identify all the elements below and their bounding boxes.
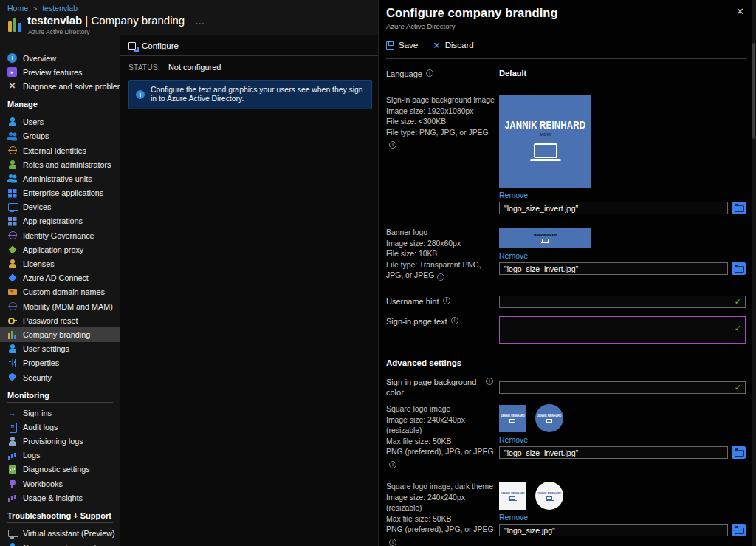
password-reset-icon [7, 315, 17, 325]
browse-folder-icon[interactable] [732, 446, 746, 459]
sidebar-item-app-registrations[interactable]: App registrations [0, 214, 120, 228]
sidebar-item-sign-ins[interactable]: →Sign-ins [0, 406, 120, 420]
sidebar-item-label: Preview features [23, 68, 82, 77]
security-icon [7, 372, 17, 382]
logo-preview-content: JANNIK REINHARD [501, 414, 524, 423]
section-divider [7, 402, 113, 403]
banner-logo-remove-link[interactable]: Remove [499, 251, 528, 260]
tab-configure[interactable]: Configure [120, 35, 179, 55]
info-icon: i [389, 141, 396, 149]
panel-title: Configure company branding [386, 6, 746, 20]
sidebar-item-overview[interactable]: iOverview [0, 51, 120, 65]
sidebar-item-audit-logs[interactable]: Audit logs [0, 420, 120, 434]
banner-logo-control: JANNIK REINHARDRemove [499, 228, 746, 281]
admin-units-icon [7, 174, 17, 183]
sidebar-item-label: Identity Governance [23, 231, 94, 240]
sidebar-item-company-branding[interactable]: Company branding [0, 327, 120, 341]
devices-icon [7, 202, 17, 212]
discard-button[interactable]: ✕ Discard [433, 40, 473, 51]
signin-page-text-input[interactable] [499, 316, 746, 344]
sidebar-item-preview-features[interactable]: ▸Preview features [0, 65, 120, 79]
page-title: testenvlab | Company branding… [27, 14, 205, 27]
sidebar-item-provisioning-logs[interactable]: Provisioning logs [0, 434, 120, 448]
browse-folder-icon[interactable] [732, 524, 746, 536]
sidebar-item-logs[interactable]: Logs [0, 448, 120, 463]
square-logo-label: Square logo imageImage size: 240x240px (… [386, 404, 499, 468]
background-image-remove-link[interactable]: Remove [499, 191, 528, 199]
sidebar-item-password-reset[interactable]: Password reset [0, 313, 120, 327]
sidebar-item-new-support-request[interactable]: New support request [0, 541, 120, 546]
field-label-line: File type: PNG, JPG, or JPEGi [386, 128, 495, 149]
field-label-line: Image size: 240x240px (resizable) [386, 415, 495, 437]
title-separator: | [82, 14, 91, 27]
sidebar-item-label: Mobility (MDM and MAM) [23, 302, 113, 311]
sidebar-item-users[interactable]: Users [0, 115, 120, 129]
sidebar-item-application-proxy[interactable]: Application proxy [0, 242, 120, 256]
sidebar-item-properties[interactable]: Properties [0, 356, 120, 370]
field-label-line: Image size: 280x60px [386, 239, 495, 250]
status-value: Not configured [168, 63, 221, 72]
logo-preview-content: JANNIK REINHARD [537, 414, 561, 423]
sidebar-item-azure-ad-connect[interactable]: Azure AD Connect [0, 271, 120, 285]
info-icon: i [136, 90, 145, 99]
circle-logo-preview: JANNIK REINHARD [535, 404, 563, 432]
save-button[interactable]: Save [386, 41, 418, 50]
sidebar-item-usage-insights[interactable]: Usage & insights [0, 491, 120, 505]
sidebar-item-label: Diagnostic settings [23, 465, 90, 474]
sidebar-item-label: Diagnose and solve problems [23, 82, 120, 91]
info-icon: i [426, 69, 433, 77]
field-label-line: Banner logo [386, 228, 495, 239]
square-logo-preview: JANNIK REINHARD [499, 482, 526, 510]
preview-logo-title: JANNIK REINHARD [537, 414, 561, 417]
square-logo-dark-label: Square logo image, dark themeImage size:… [386, 482, 499, 546]
sidebar-item-roles-and-administrators[interactable]: Roles and administrators [0, 157, 120, 171]
square-logo-dark-remove-link[interactable]: Remove [499, 513, 528, 522]
sidebar-item-licenses[interactable]: Licenses [0, 256, 120, 270]
panel-subtitle: Azure Active Directory [386, 22, 746, 30]
workbooks-icon [7, 479, 17, 488]
sidebar-item-diagnostic-settings[interactable]: Diagnostic settings [0, 463, 120, 477]
square-logo-dark-filename-input[interactable] [499, 524, 728, 536]
sidebar-item-groups[interactable]: Groups [0, 129, 120, 143]
sidebar-item-label: Groups [23, 132, 49, 140]
scrollbar-thumb[interactable] [752, 43, 755, 139]
sidebar-item-user-settings[interactable]: User settings [0, 342, 120, 356]
discard-label: Discard [445, 41, 474, 50]
sidebar-item-devices[interactable]: Devices [0, 200, 120, 214]
scrollbar[interactable] [752, 0, 756, 546]
sidebar-item-custom-domain-names[interactable]: Custom domain names [0, 285, 120, 299]
close-icon[interactable]: ✕ [736, 6, 744, 17]
field-label-line: Max file size: 50KB [386, 437, 495, 448]
background-image-filename-input[interactable] [499, 202, 728, 214]
sidebar-item-label: Security [23, 373, 52, 382]
sidebar-item-diagnose-and-solve-problems[interactable]: ✕Diagnose and solve problems [0, 79, 120, 93]
square-logo-remove-link[interactable]: Remove [499, 435, 528, 444]
sidebar-item-administrative-units[interactable]: Administrative units [0, 171, 120, 185]
page-header: Home > testenvlab testenvlab | Company b… [0, 0, 378, 35]
sidebar-item-security[interactable]: Security [0, 370, 120, 384]
banner-logo-filename-input[interactable] [499, 262, 728, 275]
username-hint-input[interactable] [499, 296, 746, 308]
browse-folder-icon[interactable] [732, 202, 746, 214]
sidebar-item-label: Provisioning logs [23, 437, 83, 446]
background-color-input[interactable] [499, 381, 746, 394]
save-label: Save [399, 41, 418, 50]
sidebar-item-label: Application proxy [23, 245, 83, 254]
breadcrumb-current-link[interactable]: testenvlab [42, 4, 78, 13]
sidebar-item-identity-governance[interactable]: Identity Governance [0, 228, 120, 242]
username-hint-row: Username hinti ✓ [386, 295, 746, 309]
sidebar-item-enterprise-applications[interactable]: Enterprise applications [0, 186, 120, 200]
usage-insights-icon [7, 493, 17, 502]
browse-folder-icon[interactable] [732, 262, 746, 275]
sidebar-item-external-identities[interactable]: External Identities [0, 143, 120, 157]
section-divider [7, 522, 113, 523]
licenses-icon [7, 259, 17, 269]
breadcrumb-home-link[interactable]: Home [7, 4, 28, 13]
more-options-icon[interactable]: … [195, 16, 205, 27]
sidebar-item-workbooks[interactable]: Workbooks [0, 477, 120, 491]
sidebar-item-mobility-mdm-and-mam[interactable]: Mobility (MDM and MAM) [0, 299, 120, 313]
groups-icon [7, 132, 17, 141]
roles-icon [7, 160, 17, 169]
square-logo-filename-input[interactable] [499, 446, 728, 459]
sidebar-item-virtual-assistant-preview[interactable]: Virtual assistant (Preview) [0, 526, 120, 540]
